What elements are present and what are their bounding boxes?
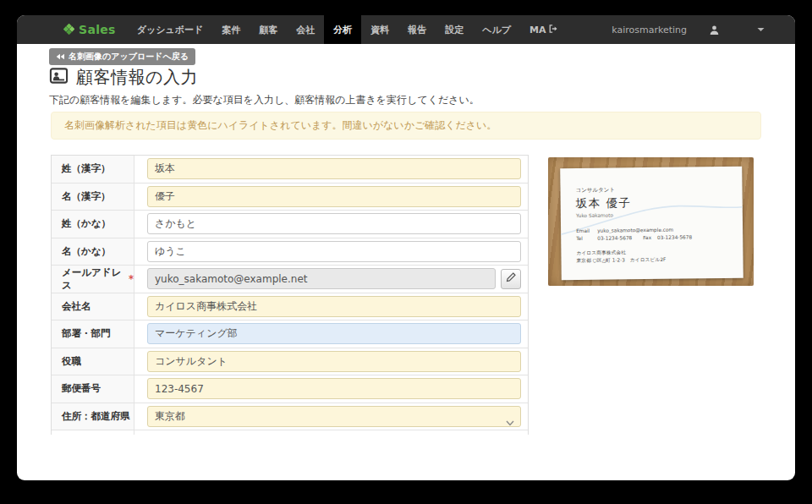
business-card: コンサルタント 坂本 優子 Yuko Sakamoto Email yuko_s…: [560, 167, 743, 281]
field-input-cell: [134, 238, 528, 266]
field-input-7[interactable]: [147, 351, 521, 372]
edit-email-button[interactable]: [501, 269, 521, 289]
field-input-cell: [134, 184, 528, 211]
card-email-value: yuko_sakamoto@example.com: [597, 227, 673, 233]
card-name: 坂本 優子: [576, 194, 692, 211]
nav-item-label: 案件: [222, 24, 240, 36]
brand-name: Sales: [79, 23, 116, 36]
field-label-text: 役職: [62, 355, 81, 368]
field-label-text: 姓（漢字）: [62, 162, 111, 175]
app-window: Sales ダッシュボード案件顧客会社分析資料報告設定ヘルプMA kairosm…: [17, 15, 795, 480]
field-input-cell: [134, 403, 528, 430]
field-label-text: 姓（かな）: [62, 217, 111, 230]
card-email-line: Email yuko_sakamoto@example.com: [576, 227, 692, 233]
field-label-text: 郵便番号: [62, 382, 101, 395]
card-name-roman: Yuko Sakamoto: [576, 211, 692, 218]
field-input-5[interactable]: [147, 296, 521, 317]
back-to-upload-button[interactable]: 名刺画像のアップロードへ戻る: [49, 48, 195, 65]
field-input-cell: [134, 320, 528, 348]
form-row-6: 部署・部門: [52, 320, 528, 348]
field-label: 名（かな）: [52, 238, 134, 266]
field-input-cell: [134, 211, 528, 238]
nav-item-label: ダッシュボード: [137, 24, 204, 36]
field-input-1[interactable]: [147, 186, 521, 207]
nav-item-7[interactable]: 設定: [436, 15, 473, 44]
field-label: 姓（かな）: [52, 211, 134, 238]
nav-item-9[interactable]: MA: [520, 15, 567, 44]
address-card-icon: [49, 66, 69, 89]
nav-item-6[interactable]: 報告: [398, 15, 436, 44]
page-header: 顧客情報の入力: [49, 66, 198, 89]
card-company-address: カイロス商事株式会社 東京都 ○区△町 1-2-3 カイロスビル2F: [576, 248, 692, 265]
field-input-3[interactable]: [147, 241, 521, 262]
field-label: 郵便番号: [52, 375, 134, 403]
field-label-text: 部署・部門: [62, 327, 111, 340]
form-row-2: 姓（かな）: [52, 211, 528, 238]
nav-item-label: ヘルプ: [482, 24, 511, 36]
nav-item-label: MA: [529, 25, 546, 36]
field-input-cell: [134, 375, 528, 403]
back-button-label: 名刺画像のアップロードへ戻る: [69, 51, 189, 63]
card-text: コンサルタント 坂本 優子 Yuko Sakamoto Email yuko_s…: [575, 185, 692, 265]
business-card-photo: コンサルタント 坂本 優子 Yuko Sakamoto Email yuko_s…: [548, 157, 754, 286]
card-tel-line: Tel 03-1234-5678 Fax 03-1234-5678: [576, 234, 692, 241]
form-row-9: 住所：都道府県: [52, 403, 528, 431]
field-label: 役職: [52, 348, 134, 375]
page-description: 下記の顧客情報を編集します。必要な項目を入力し、顧客情報の上書きを実行してくださ…: [49, 93, 480, 107]
field-label: 部署・部門: [52, 320, 134, 348]
nav-menu: ダッシュボード案件顧客会社分析資料報告設定ヘルプMA: [128, 15, 568, 44]
field-input-cell: [134, 156, 528, 183]
form-row-4: メールアドレス*: [52, 266, 528, 293]
fast-backward-icon: [56, 52, 64, 62]
highlight-notice: 名刺画像解析された項目は黄色にハイライトされています。間違いがないかご確認くださ…: [51, 112, 761, 140]
field-label: 住所：都道府県: [52, 403, 134, 430]
account-dropdown-caret-icon[interactable]: [757, 27, 765, 32]
field-label-text: 名（漢字）: [62, 190, 111, 203]
form-row-3: 名（かな）: [52, 238, 528, 266]
nav-item-label: 分析: [333, 24, 352, 36]
clover-icon: [63, 22, 74, 38]
field-label-text: 名（かな）: [62, 245, 111, 258]
field-input-9[interactable]: [147, 406, 521, 427]
nav-item-3[interactable]: 会社: [287, 15, 324, 44]
field-input-2[interactable]: [147, 213, 521, 234]
field-input-0[interactable]: [147, 158, 521, 179]
partial-label-cell: [52, 430, 134, 435]
nav-item-4[interactable]: 分析: [324, 15, 361, 44]
nav-item-8[interactable]: ヘルプ: [473, 15, 520, 44]
form-row-5: 会社名: [52, 293, 528, 321]
field-label: メールアドレス*: [52, 266, 134, 293]
user-icon[interactable]: [709, 25, 720, 36]
nav-item-2[interactable]: 顧客: [250, 15, 287, 44]
field-select-9[interactable]: [147, 406, 521, 427]
field-input-cell: [134, 293, 528, 320]
pencil-icon: [506, 272, 516, 285]
form-row-1: 名（漢字）: [52, 184, 528, 211]
field-input-6[interactable]: [147, 323, 521, 344]
card-address: 東京都 ○区△町 1-2-3 カイロスビル2F: [576, 255, 692, 265]
form-row-7: 役職: [52, 348, 528, 376]
card-email-label: Email: [576, 228, 591, 233]
nav-item-label: 報告: [408, 24, 426, 36]
nav-item-label: 設定: [445, 24, 464, 36]
nav-item-0[interactable]: ダッシュボード: [128, 15, 213, 44]
nav-item-5[interactable]: 資料: [361, 15, 398, 44]
field-input-8[interactable]: [147, 378, 521, 399]
required-asterisk: *: [129, 273, 134, 285]
field-label: 名（漢字）: [52, 184, 134, 211]
field-input-cell: [134, 348, 528, 375]
field-input-4: [147, 268, 496, 289]
page-title: 顧客情報の入力: [76, 66, 198, 89]
form-row-0: 姓（漢字）: [52, 156, 528, 184]
field-label-text: 住所：都道府県: [62, 410, 130, 423]
nav-item-label: 資料: [370, 24, 389, 36]
card-fax-value: 03-1234-5678: [657, 234, 692, 240]
partial-input-cell: [134, 430, 528, 435]
card-tel-value: 03-1234-5678: [597, 235, 632, 241]
navbar: Sales ダッシュボード案件顧客会社分析資料報告設定ヘルプMA kairosm…: [17, 15, 795, 44]
nav-item-1[interactable]: 案件: [212, 15, 250, 44]
sign-out-icon: [549, 25, 557, 36]
brand-logo[interactable]: Sales: [63, 22, 116, 38]
form-row-8: 郵便番号: [52, 375, 528, 403]
nav-item-label: 会社: [296, 24, 315, 36]
